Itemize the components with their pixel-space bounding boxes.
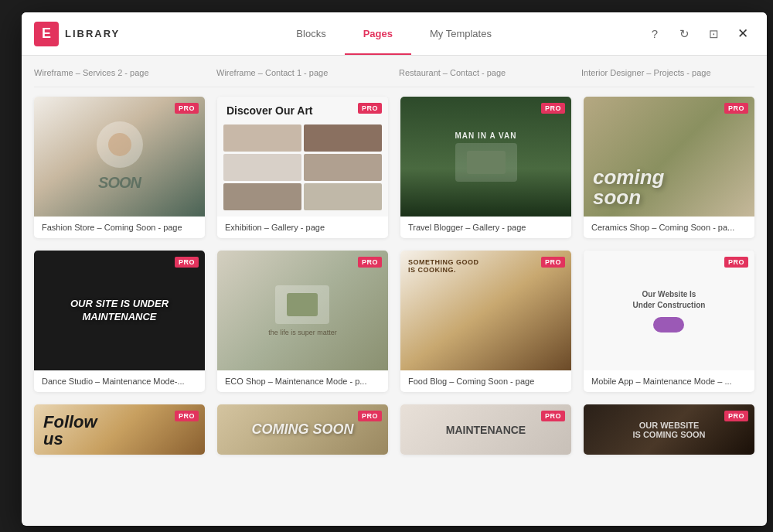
refresh-button[interactable]: ↻	[673, 22, 696, 46]
help-button[interactable]: ?	[643, 22, 666, 46]
library-modal: E LIBRARY Blocks Pages My Templates ? ↻ …	[22, 12, 767, 526]
strip-item: Restaurant – Contact - page	[399, 65, 572, 80]
pro-badge: PRO	[175, 103, 199, 114]
exhibition-title: Discover Our Art	[226, 104, 313, 117]
modal-overlay: E LIBRARY Blocks Pages My Templates ? ↻ …	[0, 0, 773, 532]
pro-badge: PRO	[358, 257, 382, 268]
card-fashion-store[interactable]: PRO SOON Fashion Store – Coming Soon - p…	[34, 97, 205, 238]
library-title: LIBRARY	[65, 28, 120, 39]
card-coming-soon-3[interactable]: PRO OUR WEBSITEIS COMING SOON	[584, 404, 754, 455]
pro-badge: PRO	[541, 411, 565, 421]
card-dance-studio[interactable]: PRO OUR SITE IS UNDERMAINTENANCE Dance S…	[34, 251, 205, 392]
card-image-coming-soon-2: PRO COMING SOON	[217, 404, 388, 455]
card-label: Exhibition – Gallery - page	[217, 217, 388, 238]
strip-item: Wireframe – Services 2 - page	[34, 65, 207, 80]
logo-area: E LIBRARY	[34, 22, 120, 46]
card-maintenance-2[interactable]: PRO MAINTENANCE	[400, 404, 571, 455]
close-button[interactable]: ✕	[731, 22, 754, 46]
card-ceramics-shop[interactable]: PRO comingsoon Ceramics Shop – Coming So…	[584, 97, 754, 238]
cards-grid-row2: PRO OUR SITE IS UNDERMAINTENANCE Dance S…	[34, 251, 754, 392]
header-actions: ? ↻ ⊡ ✕	[643, 22, 754, 46]
cards-grid-row1: PRO SOON Fashion Store – Coming Soon - p…	[34, 97, 754, 238]
pro-badge: PRO	[724, 103, 748, 114]
card-eco-shop[interactable]: PRO the life is super matter ECO Shop – …	[217, 251, 388, 392]
card-exhibition[interactable]: PRO Discover Our Art Exhibition – Galler…	[217, 97, 388, 238]
card-label: ECO Shop – Maintenance Mode - p...	[217, 370, 388, 392]
modal-body: Wireframe – Services 2 - page Wireframe …	[22, 56, 767, 526]
pro-badge: PRO	[358, 411, 382, 421]
tab-my-templates[interactable]: My Templates	[411, 14, 510, 55]
close-icon: ✕	[737, 26, 748, 42]
pro-badge: PRO	[541, 257, 565, 268]
help-icon: ?	[652, 27, 658, 40]
card-image-mobile: PRO Our Website IsUnder Construction	[584, 251, 754, 370]
card-image-follow: PRO Followus	[34, 404, 205, 455]
pro-badge: PRO	[358, 103, 382, 114]
card-image-eco: PRO the life is super matter	[217, 251, 388, 370]
strip-item: Interior Designer – Projects - page	[581, 65, 754, 80]
card-image-ceramics: PRO comingsoon	[584, 97, 754, 217]
card-coming-soon-2[interactable]: PRO COMING SOON	[217, 404, 388, 455]
tabs-container: Blocks Pages My Templates	[145, 13, 643, 54]
card-image-exhibition: PRO Discover Our Art	[217, 97, 388, 217]
card-food-blog[interactable]: PRO SOMETHING GOODIS COOKING. Food Blog …	[400, 251, 571, 392]
card-travel-blogger[interactable]: PRO MAN IN A VAN Travel Blogger – Galler…	[400, 97, 571, 238]
card-image-food: PRO SOMETHING GOODIS COOKING.	[400, 251, 571, 370]
card-label: Mobile App – Maintenance Mode – ...	[584, 370, 754, 392]
strip-item: Wireframe – Contact 1 - page	[216, 65, 390, 80]
card-label: Travel Blogger – Gallery - page	[400, 217, 571, 238]
pro-badge: PRO	[175, 257, 199, 268]
card-image-travel: PRO MAN IN A VAN	[400, 97, 571, 217]
card-image-coming-soon-3: PRO OUR WEBSITEIS COMING SOON	[584, 404, 754, 455]
cards-grid-row3: PRO Followus PRO COMING SOON PRO MAINTEN…	[34, 404, 754, 455]
refresh-icon: ↻	[679, 27, 690, 41]
card-label: Dance Studio – Maintenance Mode-...	[34, 370, 205, 392]
elementor-logo-icon: E	[34, 22, 59, 46]
modal-header: E LIBRARY Blocks Pages My Templates ? ↻ …	[22, 12, 767, 56]
card-image-dance: PRO OUR SITE IS UNDERMAINTENANCE	[34, 251, 205, 370]
card-label: Food Blog – Coming Soon - page	[400, 370, 571, 392]
card-follow-us[interactable]: PRO Followus	[34, 404, 205, 455]
tab-pages[interactable]: Pages	[345, 14, 411, 55]
pro-badge: PRO	[724, 411, 748, 421]
pro-badge: PRO	[724, 257, 748, 268]
card-image-maintenance-2: PRO MAINTENANCE	[400, 404, 571, 455]
tab-blocks[interactable]: Blocks	[278, 14, 344, 55]
top-strip: Wireframe – Services 2 - page Wireframe …	[34, 65, 754, 87]
pro-badge: PRO	[175, 411, 199, 421]
save-icon: ⊡	[709, 27, 719, 41]
card-label: Fashion Store – Coming Soon - page	[34, 217, 205, 238]
card-image-fashion: PRO SOON	[34, 97, 205, 217]
card-mobile-app[interactable]: PRO Our Website IsUnder Construction Mob…	[584, 251, 754, 392]
pro-badge: PRO	[541, 103, 565, 114]
save-button[interactable]: ⊡	[702, 22, 725, 46]
card-label: Ceramics Shop – Coming Soon - pa...	[584, 217, 754, 238]
